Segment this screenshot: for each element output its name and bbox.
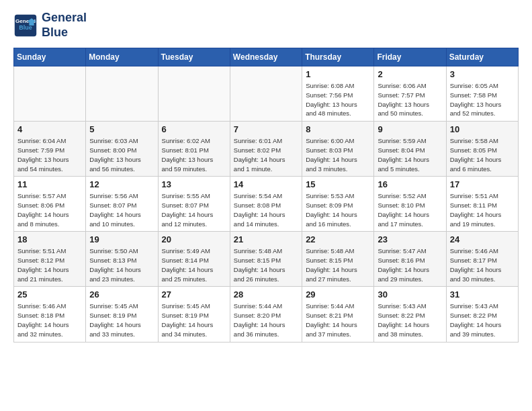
day-number: 3 <box>450 69 515 79</box>
calendar-day-cell: 31Sunrise: 5:43 AM Sunset: 8:22 PM Dayli… <box>446 287 518 342</box>
calendar-day-cell: 11Sunrise: 5:57 AM Sunset: 8:06 PM Dayli… <box>14 177 86 232</box>
day-number: 30 <box>378 289 442 300</box>
calendar-day-header: Saturday <box>446 48 518 66</box>
calendar-day-cell: 30Sunrise: 5:43 AM Sunset: 8:22 PM Dayli… <box>374 287 446 342</box>
calendar-day-cell: 14Sunrise: 5:54 AM Sunset: 8:08 PM Dayli… <box>230 177 302 232</box>
calendar-day-cell: 29Sunrise: 5:44 AM Sunset: 8:21 PM Dayli… <box>302 287 374 342</box>
logo-text: General Blue <box>42 11 87 40</box>
day-info: Sunrise: 5:53 AM Sunset: 8:09 PM Dayligh… <box>306 191 370 228</box>
calendar-day-cell: 26Sunrise: 5:45 AM Sunset: 8:19 PM Dayli… <box>86 287 158 342</box>
day-number: 22 <box>306 234 370 244</box>
calendar-week-row: 25Sunrise: 5:46 AM Sunset: 8:18 PM Dayli… <box>14 287 519 342</box>
calendar-body: 1Sunrise: 6:08 AM Sunset: 7:56 PM Daylig… <box>14 66 519 342</box>
day-number: 16 <box>378 179 442 189</box>
calendar-day-cell: 7Sunrise: 6:01 AM Sunset: 8:02 PM Daylig… <box>230 122 302 177</box>
calendar-week-row: 11Sunrise: 5:57 AM Sunset: 8:06 PM Dayli… <box>14 177 519 232</box>
day-number: 5 <box>89 124 154 134</box>
calendar-day-cell: 24Sunrise: 5:46 AM Sunset: 8:17 PM Dayli… <box>446 232 518 287</box>
page-header: General Blue General Blue <box>13 11 519 40</box>
day-number: 12 <box>89 179 154 189</box>
day-number: 14 <box>234 179 298 189</box>
day-info: Sunrise: 6:00 AM Sunset: 8:03 PM Dayligh… <box>306 136 370 173</box>
calendar-day-header: Friday <box>374 48 446 66</box>
calendar-day-cell: 6Sunrise: 6:02 AM Sunset: 8:01 PM Daylig… <box>158 122 230 177</box>
day-info: Sunrise: 5:49 AM Sunset: 8:14 PM Dayligh… <box>162 246 226 283</box>
day-number: 15 <box>306 179 370 189</box>
day-number: 21 <box>234 234 298 244</box>
day-info: Sunrise: 6:06 AM Sunset: 7:57 PM Dayligh… <box>378 81 442 118</box>
day-number: 25 <box>17 289 82 300</box>
day-number: 20 <box>162 234 226 244</box>
day-info: Sunrise: 5:43 AM Sunset: 8:22 PM Dayligh… <box>450 302 515 338</box>
calendar-day-cell <box>230 66 302 122</box>
day-info: Sunrise: 5:45 AM Sunset: 8:19 PM Dayligh… <box>162 302 226 338</box>
calendar-day-header: Wednesday <box>230 48 302 66</box>
day-number: 19 <box>89 234 154 244</box>
day-info: Sunrise: 5:47 AM Sunset: 8:16 PM Dayligh… <box>378 246 442 283</box>
calendar-week-row: 4Sunrise: 6:04 AM Sunset: 7:59 PM Daylig… <box>14 122 519 177</box>
day-info: Sunrise: 5:48 AM Sunset: 8:15 PM Dayligh… <box>234 246 298 283</box>
day-info: Sunrise: 5:52 AM Sunset: 8:10 PM Dayligh… <box>378 191 442 228</box>
day-info: Sunrise: 5:44 AM Sunset: 8:21 PM Dayligh… <box>306 302 370 338</box>
calendar-day-cell: 25Sunrise: 5:46 AM Sunset: 8:18 PM Dayli… <box>14 287 86 342</box>
calendar-day-cell: 5Sunrise: 6:03 AM Sunset: 8:00 PM Daylig… <box>86 122 158 177</box>
day-number: 9 <box>378 124 442 134</box>
day-info: Sunrise: 5:59 AM Sunset: 8:04 PM Dayligh… <box>378 136 442 173</box>
calendar-day-cell: 1Sunrise: 6:08 AM Sunset: 7:56 PM Daylig… <box>302 66 374 122</box>
day-number: 18 <box>17 234 82 244</box>
calendar-week-row: 18Sunrise: 5:51 AM Sunset: 8:12 PM Dayli… <box>14 232 519 287</box>
calendar-day-header: Thursday <box>302 48 374 66</box>
logo-icon: General Blue <box>13 13 38 38</box>
day-info: Sunrise: 6:02 AM Sunset: 8:01 PM Dayligh… <box>162 136 226 173</box>
calendar-day-cell: 13Sunrise: 5:55 AM Sunset: 8:07 PM Dayli… <box>158 177 230 232</box>
day-info: Sunrise: 5:50 AM Sunset: 8:13 PM Dayligh… <box>89 246 154 283</box>
day-number: 2 <box>378 69 442 79</box>
day-number: 23 <box>378 234 442 244</box>
day-number: 17 <box>450 179 515 189</box>
calendar-day-cell: 20Sunrise: 5:49 AM Sunset: 8:14 PM Dayli… <box>158 232 230 287</box>
day-number: 11 <box>17 179 82 189</box>
day-info: Sunrise: 5:48 AM Sunset: 8:15 PM Dayligh… <box>306 246 370 283</box>
day-info: Sunrise: 5:44 AM Sunset: 8:20 PM Dayligh… <box>234 302 298 338</box>
calendar-day-cell: 9Sunrise: 5:59 AM Sunset: 8:04 PM Daylig… <box>374 122 446 177</box>
day-info: Sunrise: 6:01 AM Sunset: 8:02 PM Dayligh… <box>234 136 298 173</box>
day-number: 8 <box>306 124 370 134</box>
day-info: Sunrise: 5:45 AM Sunset: 8:19 PM Dayligh… <box>89 302 154 338</box>
day-number: 31 <box>450 289 515 300</box>
calendar-day-cell: 21Sunrise: 5:48 AM Sunset: 8:15 PM Dayli… <box>230 232 302 287</box>
calendar-header-row: SundayMondayTuesdayWednesdayThursdayFrid… <box>14 48 519 66</box>
day-number: 26 <box>89 289 154 300</box>
day-number: 29 <box>306 289 370 300</box>
day-info: Sunrise: 5:51 AM Sunset: 8:11 PM Dayligh… <box>450 191 515 228</box>
calendar-day-cell: 18Sunrise: 5:51 AM Sunset: 8:12 PM Dayli… <box>14 232 86 287</box>
calendar-day-header: Monday <box>86 48 158 66</box>
calendar-day-cell: 8Sunrise: 6:00 AM Sunset: 8:03 PM Daylig… <box>302 122 374 177</box>
calendar-day-cell: 19Sunrise: 5:50 AM Sunset: 8:13 PM Dayli… <box>86 232 158 287</box>
day-info: Sunrise: 5:57 AM Sunset: 8:06 PM Dayligh… <box>17 191 82 228</box>
calendar-day-cell: 17Sunrise: 5:51 AM Sunset: 8:11 PM Dayli… <box>446 177 518 232</box>
day-number: 7 <box>234 124 298 134</box>
day-number: 27 <box>162 289 226 300</box>
day-info: Sunrise: 6:03 AM Sunset: 8:00 PM Dayligh… <box>89 136 154 173</box>
calendar-day-cell <box>158 66 230 122</box>
day-number: 6 <box>162 124 226 134</box>
day-info: Sunrise: 5:43 AM Sunset: 8:22 PM Dayligh… <box>378 302 442 338</box>
day-number: 24 <box>450 234 515 244</box>
day-info: Sunrise: 5:46 AM Sunset: 8:17 PM Dayligh… <box>450 246 515 283</box>
day-number: 13 <box>162 179 226 189</box>
calendar-day-cell: 27Sunrise: 5:45 AM Sunset: 8:19 PM Dayli… <box>158 287 230 342</box>
day-info: Sunrise: 5:56 AM Sunset: 8:07 PM Dayligh… <box>89 191 154 228</box>
day-number: 28 <box>234 289 298 300</box>
day-info: Sunrise: 6:04 AM Sunset: 7:59 PM Dayligh… <box>17 136 82 173</box>
calendar-day-cell: 4Sunrise: 6:04 AM Sunset: 7:59 PM Daylig… <box>14 122 86 177</box>
calendar-day-cell <box>14 66 86 122</box>
calendar-day-cell: 12Sunrise: 5:56 AM Sunset: 8:07 PM Dayli… <box>86 177 158 232</box>
calendar-day-cell: 10Sunrise: 5:58 AM Sunset: 8:05 PM Dayli… <box>446 122 518 177</box>
calendar-day-cell: 2Sunrise: 6:06 AM Sunset: 7:57 PM Daylig… <box>374 66 446 122</box>
day-info: Sunrise: 5:51 AM Sunset: 8:12 PM Dayligh… <box>17 246 82 283</box>
day-info: Sunrise: 5:54 AM Sunset: 8:08 PM Dayligh… <box>234 191 298 228</box>
calendar-day-cell: 23Sunrise: 5:47 AM Sunset: 8:16 PM Dayli… <box>374 232 446 287</box>
calendar-day-header: Sunday <box>14 48 86 66</box>
day-info: Sunrise: 6:08 AM Sunset: 7:56 PM Dayligh… <box>306 81 370 118</box>
calendar-day-cell: 22Sunrise: 5:48 AM Sunset: 8:15 PM Dayli… <box>302 232 374 287</box>
